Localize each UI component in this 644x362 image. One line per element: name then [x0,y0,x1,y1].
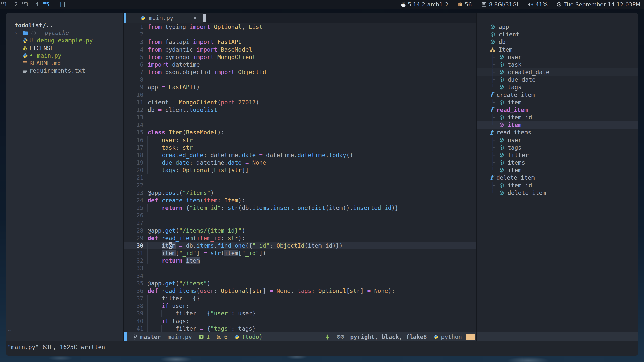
code-line[interactable]: 13 [124,114,476,121]
file-tree-item[interactable]: LICENSE [6,44,123,52]
code-line[interactable]: 39 filter = {"user": user} [124,310,476,317]
outline-item-read_items[interactable]: fread_items [477,129,638,136]
outline-item-read_item[interactable]: fread_item [477,106,638,114]
outline-item-task[interactable]: ├task [477,61,638,68]
workspace-button-3[interactable]: 3 [21,1,32,8]
code-line[interactable]: 41 filter = {"tags": tags} [124,325,476,332]
outline-item-item[interactable]: └item [477,121,638,129]
code-line[interactable]: 40 if tags: [124,317,476,325]
outline-item-item[interactable]: └item [477,99,638,106]
symbol-name: client [499,31,519,38]
code-line[interactable]: 18 created_date: datetime.date = datetim… [124,151,476,159]
cube-icon [499,100,504,105]
code-line[interactable]: 22 [124,182,476,189]
code-token [148,137,162,143]
outline-item-user[interactable]: ├user [477,53,638,61]
code-line[interactable]: 11client = MongoClient(port=27017) [124,99,476,106]
outline-item-create_item[interactable]: fcreate_item [477,91,638,99]
outline-item-items[interactable]: ├items [477,159,638,166]
code-line[interactable]: 21 [124,174,476,182]
code-line[interactable]: 34 [124,272,476,280]
code-line[interactable]: 16 user: str [124,136,476,144]
code-line[interactable]: 33 [124,264,476,272]
code-line[interactable]: 26 [124,212,476,219]
code-line[interactable]: 38 if user: [124,302,476,310]
code-line[interactable]: 25 return {"item_id": str(db.items.inser… [124,204,476,212]
code-line[interactable]: 8 [124,76,476,83]
workspace-button-5[interactable]: 5 [42,1,53,8]
expand-arrow-icon[interactable]: › [15,29,21,37]
cube-icon [499,138,504,143]
line-number: 2 [124,31,143,38]
cube-icon [499,122,504,127]
git-status-flag: U [29,37,37,44]
code-line[interactable]: 5from pymongo import MongoClient [124,53,476,61]
code-line[interactable]: 35@app.get("/items") [124,280,476,287]
outline-item-delete_item[interactable]: └delete_item [477,189,638,197]
workspace-button-2[interactable]: 2 [11,1,21,8]
code-line[interactable]: 30 item = db.items.find_one({"_id": Obje… [124,242,476,249]
code-line[interactable]: 31 item["_id"] = str(item["_id"]) [124,249,476,257]
outline-item-created_date[interactable]: ├created_date [477,68,638,76]
outline-item-delete_item[interactable]: fdelete_item [477,174,638,182]
outline-item-tags[interactable]: └tags [477,83,638,91]
file-tree-root[interactable]: todolist/.. [15,22,53,29]
code-line[interactable]: 20 tags: Optional[List[str]] [124,166,476,174]
file-tree-item[interactable]: Udebug_example.py [6,37,123,44]
outline-item-tags[interactable]: ├tags [477,144,638,151]
outline-item-user[interactable]: ├user [477,136,638,144]
code-area[interactable]: 1from typing import Optional, List23from… [124,23,476,332]
line-number: 23 [124,189,143,197]
file-tree-item[interactable]: •main.py [6,52,123,59]
code-line[interactable]: 12db = client.todolist [124,106,476,114]
code-line[interactable]: 37 filter = {} [124,295,476,302]
workspace-button-1[interactable]: 1 [0,1,11,8]
code-line[interactable]: 9app = FastAPI() [124,83,476,91]
outline-item-item_id[interactable]: ├item_id [477,114,638,121]
outline-item-due_date[interactable]: ├due_date [477,76,638,83]
code-line[interactable]: 10 [124,91,476,99]
code-line[interactable]: 7from bson.objectid import ObjectId [124,68,476,76]
code-line[interactable]: 28@app.get("/items/{item_id}") [124,227,476,234]
tab-main-py[interactable]: main.py × [126,13,203,23]
file-tree-item[interactable]: ›__pycache__ [6,29,123,37]
code-line[interactable]: 32 return item [124,257,476,264]
file-tree-item[interactable]: requirements.txt [6,67,123,74]
code-token: todolist [189,107,217,113]
outline-item-db[interactable]: db [477,38,638,46]
code-line[interactable]: 19 due_date: datetime.date = None [124,159,476,166]
code-line[interactable]: 23@app.post("/items") [124,189,476,197]
code-text: app = FastAPI() [148,83,200,91]
file-tree-item[interactable]: README.md [6,59,123,67]
code-line[interactable]: 15class Item(BaseModel): [124,129,476,136]
workspace-button-4[interactable]: 4 [32,1,42,8]
code-line[interactable]: 4from pydantic import BaseModel [124,46,476,53]
outline-item-item_id[interactable]: ├item_id [477,182,638,189]
code-token: @app. [148,227,165,234]
line-number: 3 [124,38,143,46]
command-line[interactable]: "main.py" 63L, 1625C written [6,341,638,356]
code-line[interactable]: 2 [124,31,476,38]
code-line[interactable]: 36def read_items(user: Optional[str] = N… [124,287,476,295]
code-line[interactable]: 29def read_item(item_id: str): [124,234,476,242]
terminal-window: todolist/.. ›__pycache__Udebug_example.p… [6,13,638,356]
code-line[interactable]: 24def create_item(item: Item): [124,197,476,204]
code-line[interactable]: 27 [124,219,476,227]
code-line[interactable]: 3from fastapi import FastAPI [124,38,476,46]
outline-item-client[interactable]: client [477,31,638,38]
symbol-name: tags [508,144,521,151]
outline-item-app[interactable]: app [477,23,638,31]
func-icon: f [490,107,493,112]
code-line[interactable]: 17 task: str [124,144,476,151]
code-token: = [200,325,204,332]
code-line[interactable]: 1from typing import Optional, List [124,23,476,31]
tree-connector: └ [491,166,495,174]
tab-close-icon[interactable]: × [193,14,197,22]
code-line[interactable]: 6import datetime [124,61,476,68]
code-token: str [252,288,263,294]
outline-item-Item[interactable]: Item [477,46,638,53]
code-token: ) [242,227,245,234]
outline-item-filter[interactable]: ├filter [477,151,638,159]
outline-item-item[interactable]: └item [477,166,638,174]
code-line[interactable]: 14 [124,121,476,129]
